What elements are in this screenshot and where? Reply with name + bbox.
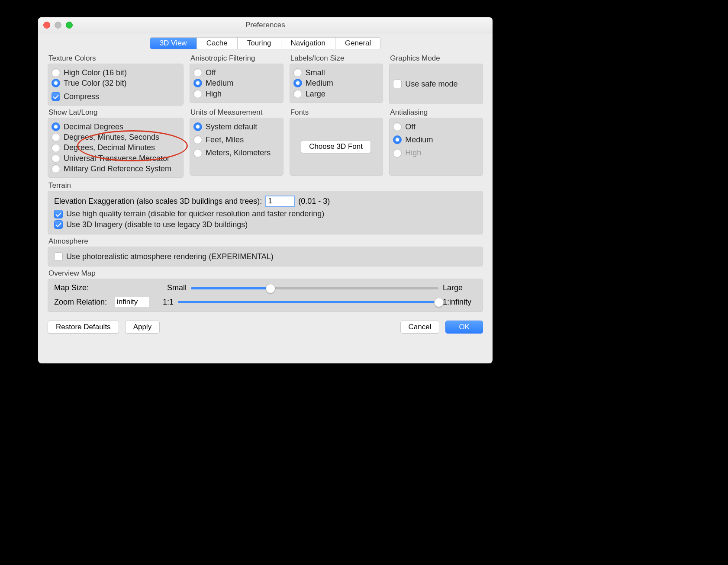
zoom-relation-input[interactable] (115, 297, 149, 307)
elev-exag-input[interactable] (265, 196, 295, 207)
labels-icon-title: Labels/Icon Size (290, 54, 383, 63)
radio-aniso-off[interactable]: Off (193, 67, 279, 78)
texture-colors-title: Texture Colors (48, 54, 184, 63)
radio-dms[interactable]: Degrees, Minutes, Seconds (52, 132, 179, 142)
tab-general[interactable]: General (335, 38, 380, 49)
radio-labels-medium[interactable]: Medium (293, 78, 379, 88)
checkbox-hq-terrain[interactable]: Use high quality terrain (disable for qu… (54, 209, 477, 219)
radio-decimal-degrees[interactable]: Decimal Degrees (52, 122, 179, 132)
fonts-title: Fonts (290, 108, 383, 117)
tab-cache[interactable]: Cache (197, 38, 238, 49)
zoom-right-label: 1:infinity (443, 298, 477, 307)
radio-aa-medium[interactable]: Medium (393, 135, 478, 145)
latlong-title: Show Lat/Long (48, 108, 184, 117)
radio-ddm[interactable]: Degrees, Decimal Minutes (52, 142, 179, 153)
map-size-large: Large (443, 283, 477, 292)
checkbox-compress[interactable]: Compress (52, 91, 179, 102)
close-icon[interactable] (43, 22, 50, 29)
cancel-button[interactable]: Cancel (400, 321, 440, 334)
radio-mgrs[interactable]: Military Grid Reference System (52, 164, 179, 174)
units-title: Units of Measurement (190, 108, 283, 117)
minimize-icon (55, 22, 61, 29)
overview-title: Overview Map (48, 269, 483, 278)
zoom-left-label: 1:1 (154, 298, 174, 307)
tab-strip: 3D View Cache Touring Navigation General (38, 33, 493, 51)
map-size-small: Small (162, 283, 187, 292)
zoom-icon[interactable] (66, 22, 73, 29)
radio-utm[interactable]: Universal Transverse Mercator (52, 153, 179, 164)
radio-aniso-high[interactable]: High (193, 89, 279, 99)
radio-units-meters[interactable]: Meters, Kilometers (193, 148, 279, 158)
radio-labels-small[interactable]: Small (293, 67, 379, 78)
radio-high-color[interactable]: High Color (16 bit) (52, 67, 179, 78)
map-size-slider[interactable] (191, 284, 438, 292)
antialias-title: Antialiasing (390, 108, 483, 117)
radio-aa-off[interactable]: Off (393, 122, 478, 132)
zoom-relation-label: Zoom Relation: (54, 298, 110, 307)
tab-touring[interactable]: Touring (238, 38, 281, 49)
titlebar: Preferences (38, 17, 493, 33)
apply-button[interactable]: Apply (125, 321, 160, 334)
tab-segment-control: 3D View Cache Touring Navigation General (150, 38, 381, 49)
checkbox-3d-imagery[interactable]: Use 3D Imagery (disable to use legacy 3D… (54, 219, 477, 230)
terrain-title: Terrain (48, 181, 483, 190)
radio-labels-large[interactable]: Large (293, 89, 379, 99)
window-controls (43, 22, 73, 29)
radio-true-color[interactable]: True Color (32 bit) (52, 78, 179, 88)
tab-navigation[interactable]: Navigation (281, 38, 335, 49)
radio-aa-high: High (393, 148, 478, 158)
radio-aniso-medium[interactable]: Medium (193, 78, 279, 88)
checkbox-photorealistic-atmos[interactable]: Use photorealistic atmosphere rendering … (54, 251, 477, 262)
radio-units-system[interactable]: System default (193, 122, 279, 132)
atmosphere-title: Atmosphere (48, 237, 483, 246)
map-size-label: Map Size: (54, 283, 110, 292)
choose-3d-font-button[interactable]: Choose 3D Font (301, 140, 371, 153)
zoom-relation-slider[interactable] (178, 298, 438, 306)
elev-range-label: (0.01 - 3) (298, 197, 330, 206)
window-title: Preferences (245, 21, 285, 29)
checkbox-safe-mode[interactable]: Use safe mode (393, 79, 457, 89)
preferences-window: Preferences 3D View Cache Touring Naviga… (38, 17, 493, 363)
restore-defaults-button[interactable]: Restore Defaults (48, 321, 119, 334)
elev-exag-label: Elevation Exaggeration (also scales 3D b… (54, 197, 262, 206)
radio-units-feet[interactable]: Feet, Miles (193, 135, 279, 145)
ok-button[interactable]: OK (445, 321, 483, 334)
anisotropic-title: Anisotropic Filtering (190, 54, 283, 63)
tab-3d-view[interactable]: 3D View (150, 38, 197, 49)
graphics-mode-title: Graphics Mode (390, 54, 483, 63)
